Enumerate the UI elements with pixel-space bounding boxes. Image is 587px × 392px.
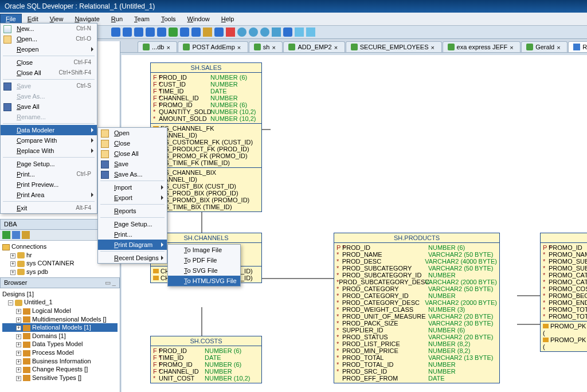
tree-item[interactable]: +Multidimensional Models [] (2, 315, 118, 324)
toolbar-delete-icon[interactable] (226, 28, 235, 37)
toolbar-back-icon[interactable] (295, 28, 304, 37)
menu-item[interactable]: Recent Designs (98, 253, 167, 263)
expand-icon[interactable]: + (10, 253, 15, 258)
menu-item[interactable]: To PDF File (168, 255, 240, 265)
menu-item[interactable]: Page Setup... (98, 219, 167, 229)
toolbar-forward-icon[interactable] (306, 28, 315, 37)
expand-icon[interactable]: + (10, 261, 15, 266)
toolbar-refresh-icon[interactable] (237, 28, 246, 37)
close-icon[interactable]: × (510, 44, 515, 50)
toolbar-icon[interactable] (214, 28, 224, 37)
expand-icon[interactable]: + (16, 359, 21, 364)
expand-icon[interactable]: + (16, 342, 21, 347)
tree-item[interactable]: +Relational Models [1] (2, 323, 118, 332)
menu-item[interactable]: CloseCtrl-F4 (1, 57, 97, 68)
menu-item[interactable]: Save (98, 159, 167, 169)
close-icon[interactable]: × (431, 44, 437, 50)
close-icon[interactable]: × (166, 44, 172, 50)
editor-tab[interactable]: ...db× (138, 41, 177, 52)
toolbar-fit-icon[interactable] (272, 28, 281, 37)
expand-icon[interactable]: + (10, 270, 15, 275)
menu-item[interactable]: Print... (98, 229, 167, 240)
menu-item[interactable]: Reports (98, 206, 167, 216)
menu-item[interactable]: Replace With (1, 146, 97, 156)
menu-item[interactable]: Close (98, 138, 167, 148)
tree-item[interactable]: +Business Information (2, 357, 118, 366)
close-icon[interactable]: × (557, 44, 562, 50)
expand-icon[interactable]: + (16, 376, 21, 381)
close-icon[interactable]: × (237, 44, 243, 50)
entity-promo[interactable]: P *PROMO_ID *PROMO_NAM *PROMO_SUB *PROMO… (540, 233, 587, 352)
menu-item[interactable]: Export (98, 193, 167, 203)
toolbar-zoom-in-icon[interactable] (249, 28, 258, 37)
toolbar-icon[interactable] (111, 28, 120, 37)
menu-item[interactable]: Save All (1, 101, 97, 112)
expand-icon[interactable]: + (16, 317, 21, 323)
editor-tab[interactable]: ADD_EMP2× (283, 41, 345, 52)
menu-item[interactable]: Save As... (98, 169, 167, 179)
menu-help[interactable]: Help (216, 14, 240, 24)
toolbar-icon[interactable] (180, 28, 189, 37)
menu-item[interactable]: New...Ctrl-N (1, 23, 97, 34)
editor-tab[interactable]: exa express JEFF× (443, 41, 521, 52)
expand-icon[interactable]: + (16, 326, 21, 331)
toolbar-icon[interactable] (157, 28, 166, 37)
menu-item[interactable]: Page Setup... (1, 159, 97, 169)
menu-item[interactable]: To HTML/SVG File (168, 276, 240, 286)
browser-panel-header[interactable]: Browser▭ _ (0, 277, 120, 288)
menu-item[interactable]: Import (98, 182, 167, 193)
toolbar-zoom-out-icon[interactable] (260, 28, 269, 37)
tree-item[interactable]: +sys pdb (2, 268, 118, 276)
entity-products[interactable]: SH.PRODUCTS P *PROD_IDNUMBER (6) *PROD_N… (334, 233, 500, 383)
menu-run[interactable]: Run (105, 14, 128, 24)
entity-costs[interactable]: SH.COSTS F *PROD_IDNUMBER (6)F *TIME_IDD… (150, 336, 262, 383)
menu-tools[interactable]: Tools (155, 14, 182, 24)
collapse-icon[interactable]: − (8, 300, 13, 305)
menu-item[interactable]: Open...Ctrl-O (1, 34, 97, 44)
editor-tab[interactable]: POST AddEmp× (178, 41, 248, 52)
tree-item[interactable]: +Logical Model (2, 307, 118, 315)
menu-item[interactable]: Open (98, 128, 167, 138)
toolbar-icon[interactable] (123, 28, 132, 37)
menu-item[interactable]: Print Diagram (98, 240, 167, 250)
menu-team[interactable]: Team (128, 14, 155, 24)
menu-item[interactable]: Close All (98, 148, 167, 159)
expand-icon[interactable]: + (16, 367, 21, 373)
editor-tab[interactable]: sh× (249, 41, 283, 52)
menu-item[interactable]: To Image File (168, 245, 240, 255)
close-icon[interactable]: × (272, 44, 277, 50)
diagram-canvas[interactable]: SH.SALES F *PROD_IDNUMBER (6)F *CUST_IDN… (122, 55, 587, 392)
toolbar-icon[interactable] (169, 28, 178, 37)
menu-item[interactable]: Reopen (1, 44, 97, 54)
filter-icon[interactable] (22, 231, 30, 239)
tree-item[interactable]: Designs [1] (2, 290, 118, 298)
menu-item[interactable]: Close AllCtrl+Shift-F4 (1, 68, 97, 78)
editor-tab[interactable]: Gerald× (521, 41, 568, 52)
toolbar-icon[interactable] (146, 28, 155, 37)
tree-item[interactable]: +Domains [1] (2, 332, 118, 340)
tree-item[interactable]: +Sensitive Types [] (2, 374, 118, 382)
toolbar-icon[interactable] (134, 28, 143, 37)
tree-item[interactable]: +Process Model (2, 348, 118, 357)
expand-icon[interactable]: + (16, 309, 21, 314)
close-icon[interactable]: × (334, 44, 340, 50)
expand-icon[interactable]: + (16, 351, 21, 356)
editor-tab[interactable]: SECURE_EMPLOYEES× (346, 41, 442, 52)
editor-tab[interactable]: Relational_1 (Untitled_1)× (568, 41, 587, 52)
expand-icon[interactable]: + (16, 334, 21, 339)
toolbar-icon[interactable] (283, 28, 292, 37)
toolbar-icon[interactable] (191, 28, 201, 37)
menu-item[interactable]: ExitAlt-F4 (1, 203, 97, 213)
toolbar-icon[interactable] (203, 28, 212, 37)
tree-item[interactable]: +Change Requests [] (2, 365, 118, 374)
tree-item[interactable]: +Data Types Model (2, 340, 118, 348)
menu-window[interactable]: Window (182, 14, 216, 24)
menu-item[interactable]: Print...Ctrl-P (1, 169, 97, 179)
refresh-icon[interactable] (12, 231, 20, 239)
menu-item[interactable]: Compare With (1, 135, 97, 146)
add-icon[interactable] (2, 231, 10, 239)
menu-item[interactable]: Data Modeler (1, 125, 97, 135)
tree-item[interactable]: −Untitled_1 (2, 298, 118, 307)
menu-item[interactable]: To SVG File (168, 265, 240, 276)
menu-item[interactable]: Print Preview... (1, 179, 97, 190)
